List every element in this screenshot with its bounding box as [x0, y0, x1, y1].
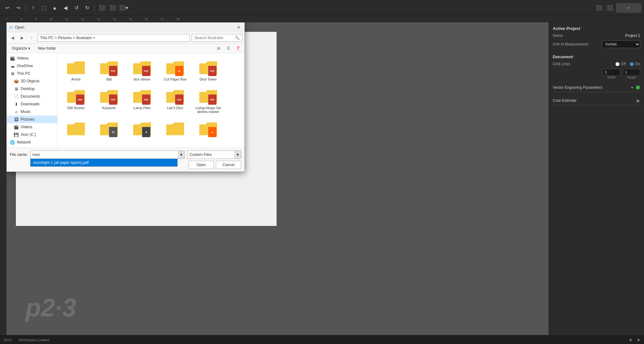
toolbar-btn-3[interactable]: T [28, 3, 38, 13]
back-button[interactable]: ◀ [9, 34, 16, 42]
svg-rect-21 [68, 125, 84, 135]
nav-label-onedrive: OneDrive [17, 64, 33, 68]
music-icon: ♫ [14, 109, 19, 114]
nav-right-icon[interactable]: ▶ [638, 338, 640, 342]
folder-icon-lampfiles: PDF [133, 86, 152, 105]
folder-icon-extra5: Ai [199, 119, 218, 138]
up-button[interactable]: ↑ [28, 34, 35, 42]
file-item-extra5[interactable]: Ai [192, 117, 224, 140]
unit-row: Unit of Measurement Inches Millimeters C… [553, 40, 640, 48]
dialog-bottom: File name: ▾ moonlight 1 (all paper laye… [7, 148, 244, 172]
dialog-titlebar: 🗁 Open ✕ [7, 23, 244, 32]
cancel-button-label: Cancel [223, 163, 234, 167]
nav-item-3dobjects[interactable]: 📦 3D Objects [7, 77, 57, 85]
filename-dropdown-btn[interactable]: ▾ [178, 151, 185, 159]
file-item-extra2[interactable]: 🖼 [93, 117, 125, 140]
document-section-title: Document [553, 54, 640, 59]
undo-btn[interactable]: ↺ [72, 3, 81, 13]
redo-btn[interactable]: ↻ [82, 3, 92, 13]
file-item-bat[interactable]: PDF Bat [93, 56, 125, 83]
file-item-dmscreen[interactable]: PDF DM Screen [60, 84, 92, 116]
name-label: Name [553, 33, 563, 38]
pictures-icon: 🖼 [14, 117, 19, 122]
toolbar-btn-7[interactable]: ⬛ [97, 3, 107, 13]
nav-item-onedrive[interactable]: ☁ OneDrive [7, 62, 57, 70]
file-item-lampfiles[interactable]: PDF Lamp Files [126, 84, 158, 116]
file-item-keywork[interactable]: PDF Keywork [93, 84, 125, 116]
file-item-dicetower[interactable]: PDF Dice Tower [192, 56, 224, 83]
sync-label: Sync: [4, 338, 13, 342]
canvas-area[interactable]: p2·3 🗁 Open ✕ ◀ ▶ [6, 22, 549, 335]
videos-icon: 🎬 [10, 56, 15, 61]
file-label-livinghinge: Living-Hinge-Sw atches-master [194, 106, 222, 114]
file-item-boxsleeve[interactable]: PDF box sleeve [126, 56, 158, 83]
toolbar-btn-5[interactable]: ▲ [50, 3, 59, 13]
cost-estimate-section[interactable]: Cost Estimate ▶ [553, 96, 640, 105]
organize-button[interactable]: Organize ▾ [9, 46, 33, 51]
nav-item-desktop[interactable]: 🖥 Desktop [7, 85, 57, 93]
radio-off-input[interactable] [615, 62, 620, 66]
file-item-cutpaperbox[interactable]: Ai Cut Paper Box [159, 56, 191, 83]
toolbar-btn-6[interactable]: ◀ [61, 3, 70, 13]
nav-item-thispc[interactable]: 🖥 This PC [7, 70, 57, 77]
nav-item-music[interactable]: ♫ Music [7, 108, 57, 116]
nav-item-pictures[interactable]: 🖼 Pictures [7, 116, 57, 123]
radio-on-input[interactable] [630, 62, 634, 66]
new-folder-button[interactable]: New folder [35, 46, 58, 51]
filetype-select[interactable]: Custom Files All Files PDF Files [187, 151, 241, 159]
nav-item-network[interactable]: 🌐 Network [7, 138, 57, 146]
cost-estimate-title: Cost Estimate [553, 98, 577, 103]
toolbar-btn-1[interactable]: ↩ [3, 3, 12, 13]
file-dialog: 🗁 Open ✕ ◀ ▶ ↑ This PC > Pictures > Illu… [6, 22, 245, 172]
toolbar-btn-11[interactable]: ⬛ [605, 3, 615, 13]
nav-item-videos[interactable]: 🎬 Videos [7, 54, 57, 62]
dialog-nav: 🎬 Videos ☁ OneDrive 🖥 This PC [7, 53, 58, 148]
vector-engraving-toggle[interactable] [636, 85, 640, 90]
help-button[interactable]: ❓ [234, 45, 242, 52]
open-button[interactable]: Open [188, 161, 214, 169]
filename-input[interactable] [30, 151, 185, 159]
nav-left-icon[interactable]: ◀ [629, 338, 631, 342]
nav-item-videos2[interactable]: 🎬 Videos [7, 123, 57, 131]
view-btn-1[interactable]: ⊞ [215, 45, 223, 52]
forward-button[interactable]: ▶ [18, 34, 26, 42]
toolbar-btn-2[interactable]: ↪ [13, 3, 23, 13]
folder-icon-dicetower: PDF [199, 58, 218, 77]
toolbar-btn-8[interactable]: ⬛ [108, 3, 118, 13]
height-input[interactable] [623, 69, 640, 76]
folder-svg-extra1 [67, 121, 85, 135]
view-btn-2[interactable]: ☰ [224, 45, 232, 52]
autocomplete-item-1[interactable]: moonlight 1 (all paper layers).pdf [31, 159, 177, 166]
nav-item-acer[interactable]: 💾 Acer (C:) [7, 131, 57, 138]
network-icon: 🌐 [10, 140, 15, 145]
dialog-close-button[interactable]: ✕ [236, 24, 242, 31]
3dobjects-icon: 📦 [14, 79, 19, 84]
unit-select[interactable]: Inches Millimeters Centimeters [602, 40, 640, 48]
radio-on: On [630, 62, 640, 66]
file-item-extra1[interactable] [60, 117, 92, 140]
search-input[interactable] [195, 36, 235, 40]
toolbar-btn-10[interactable]: ⬛ [594, 3, 604, 13]
toolbar-btn-12[interactable]: ≡ [616, 3, 641, 13]
toolbar-btn-4[interactable]: ⬚ [39, 3, 49, 13]
file-item-liarsdice[interactable]: PDF Liar's Dice [159, 84, 191, 116]
pdf-badge-dicetower: PDF [208, 66, 216, 76]
nav-item-downloads[interactable]: ⬇ Downloads [7, 100, 57, 108]
nav-item-documents[interactable]: 📄 Documents [7, 93, 57, 100]
radio-off-label: Off [621, 62, 626, 66]
file-item-armor[interactable]: Armor [60, 56, 92, 83]
unit-label: Unit of Measurement [553, 42, 588, 46]
file-item-extra4[interactable] [159, 117, 191, 140]
toolbar-btn-9[interactable]: ⬛▾ [119, 3, 128, 13]
name-value: Project 1 [625, 33, 640, 38]
file-item-livinghinge[interactable]: PDF Living-Hinge-Sw atches-master [192, 84, 224, 116]
width-input[interactable] [603, 69, 620, 76]
cancel-button[interactable]: Cancel [216, 161, 241, 169]
dialog-title-text: Open [15, 25, 24, 30]
file-item-extra3[interactable]: ✦ [126, 117, 158, 140]
folder-icon-keywork: PDF [99, 86, 119, 105]
vector-engraving-section[interactable]: Vector Engraving Parameters ▾ [553, 83, 640, 92]
address-path[interactable]: This PC > Pictures > Illustrator > [37, 34, 190, 42]
left-tools [0, 22, 6, 335]
downloads-icon: ⬇ [14, 102, 19, 107]
